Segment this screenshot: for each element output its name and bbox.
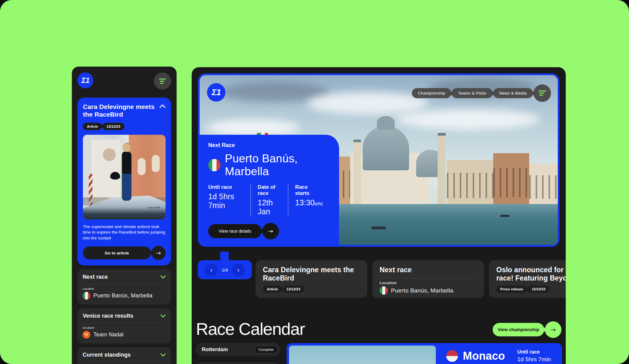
hero-banner: Σ1 Championship Teams & Pilots News & Me… xyxy=(198,73,560,247)
featured-article-card[interactable]: Cara Delevingne meets the RaceBird Artic… xyxy=(77,98,171,265)
arrow-right-icon: → xyxy=(268,228,273,234)
location-label: Location xyxy=(380,281,477,285)
mobile-mockup: Σ1 Cara Delevingne meets the RaceBird Ar… xyxy=(72,67,177,364)
e1-logo[interactable]: Σ1 xyxy=(77,72,93,88)
go-to-article-button[interactable]: Go to article → xyxy=(83,246,166,260)
page-indicator: 1/4 xyxy=(220,267,229,273)
basilica-dome xyxy=(363,126,409,170)
featured-photo: VICTORY xyxy=(83,135,166,219)
prev-button[interactable]: ‹ xyxy=(205,263,218,276)
nav-news-media[interactable]: News & Media xyxy=(493,88,533,98)
monaco-flag-icon xyxy=(446,350,458,362)
badge-date: 12/12/23 xyxy=(103,123,124,130)
chevron-down-icon[interactable] xyxy=(160,275,166,279)
view-race-details-label: View race details xyxy=(208,224,262,238)
calendar-row-rotterdam[interactable]: Rotterdam Complete xyxy=(196,343,280,356)
calendar-row-stub[interactable] xyxy=(196,362,280,364)
news-race-location: Puerto Banús, Marbella xyxy=(391,287,453,294)
team-nadal-logo xyxy=(83,331,90,339)
chevron-down-icon[interactable] xyxy=(160,314,166,318)
go-to-article-label: Go to article xyxy=(83,246,151,259)
italy-flag-icon xyxy=(208,159,221,171)
race-location: Puerto Banús, Marbella xyxy=(225,152,330,178)
nav-championship[interactable]: Championship xyxy=(412,88,451,98)
next-race-section[interactable]: Next race Location Puerto Banús, Marbell… xyxy=(77,269,171,304)
chevron-up-icon[interactable] xyxy=(159,104,166,108)
stat-until-race: Until race 1d 5hrs 7min xyxy=(208,184,250,216)
featured-title: Cara Delevingne meets the RaceBird xyxy=(83,103,156,118)
view-championship-label: View championship xyxy=(493,323,544,336)
status-badge: Complete xyxy=(254,346,278,354)
view-race-details-button[interactable]: View race details → xyxy=(208,223,279,239)
section-title: Current standings xyxy=(83,352,131,358)
first-place-label: 1st place xyxy=(83,326,166,329)
carousel-pagination: ‹ 1/4 › xyxy=(198,260,252,279)
next-race-card: Next Race Puerto Banús, Marbella Until r… xyxy=(198,135,339,247)
menu-icon[interactable] xyxy=(154,72,171,90)
badge-press-release: Press release xyxy=(496,285,527,293)
badge-article: Article xyxy=(83,123,102,130)
badge-article: Article xyxy=(263,285,282,293)
section-title: Venice race results xyxy=(83,313,133,319)
hull-brand-text: VICTORY xyxy=(148,206,161,209)
news-card-next-race[interactable]: Next race Location Puerto Banús, Marbell… xyxy=(372,260,484,298)
badge-date: 12/12/23 xyxy=(528,285,549,293)
monaco-name: Monaco xyxy=(463,350,505,362)
view-championship-button[interactable]: View championship → xyxy=(493,321,561,338)
race-calendar-heading: Race Calendar xyxy=(196,319,305,339)
e1-logo[interactable]: Σ1 xyxy=(207,83,225,102)
venice-results-section[interactable]: Venice race results 1st place Team Nadal xyxy=(77,308,171,343)
italy-flag-icon xyxy=(83,292,90,300)
monaco-photo xyxy=(289,346,436,364)
news-card-cara[interactable]: Cara Delevingne meets the RaceBird Artic… xyxy=(256,260,367,298)
badge-date: 12/12/23 xyxy=(283,285,304,293)
news-title: Oslo announced for first race! Featuring… xyxy=(496,266,566,282)
arrow-right-icon: → xyxy=(156,250,161,256)
italy-flag-icon xyxy=(380,286,388,295)
nav-teams-pilots[interactable]: Teams & Pilots xyxy=(452,88,492,98)
arrow-right-icon: → xyxy=(551,327,556,333)
location-label: Location xyxy=(83,287,166,290)
news-title: Cara Delevingne meets the RaceBird xyxy=(263,266,360,282)
stat-date-of-race: Date of race 12th Jan xyxy=(250,184,288,216)
news-card-oslo[interactable]: Oslo announced for first race! Featuring… xyxy=(489,260,566,298)
next-race-kicker: Next Race xyxy=(208,142,330,149)
race-name: Rotterdam xyxy=(202,347,228,353)
monaco-countdown: Until race 1d 5hrs 7min xyxy=(517,349,551,363)
featured-description: The supermodel and climate activist took… xyxy=(83,224,166,242)
next-button[interactable]: › xyxy=(232,263,245,276)
green-backdrop: Σ1 Cara Delevingne meets the RaceBird Ar… xyxy=(0,0,629,364)
stat-race-starts: Race starts 13:30UTC xyxy=(288,184,330,216)
main-nav: Championship Teams & Pilots News & Media xyxy=(412,84,551,102)
section-title: Next race xyxy=(83,274,108,280)
standings-section[interactable]: Current standings 1st Place Venice Racin… xyxy=(77,347,171,364)
first-place-team: Team Nadal xyxy=(93,331,123,338)
chevron-down-icon[interactable] xyxy=(160,353,166,357)
monaco-race-card[interactable]: Monaco Until race 1d 5hrs 7min xyxy=(287,343,562,364)
news-title: Next race xyxy=(380,266,477,274)
menu-icon[interactable] xyxy=(533,84,551,102)
next-race-location: Puerto Banús, Marbella xyxy=(93,292,153,299)
desktop-mockup: Σ1 Championship Teams & Pilots News & Me… xyxy=(192,67,566,364)
